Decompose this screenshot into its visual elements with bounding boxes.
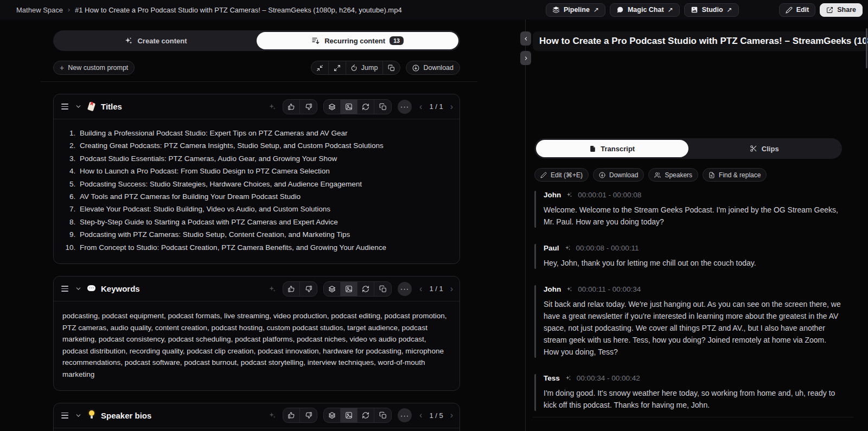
thumbs-up-button[interactable] xyxy=(283,408,300,422)
tab-create-content[interactable]: Create content xyxy=(55,32,257,49)
drag-handle-icon[interactable] xyxy=(61,286,68,292)
sparkles-icon xyxy=(566,286,573,293)
new-custom-prompt-label: New custom prompt xyxy=(68,64,128,72)
speaker-name[interactable]: Tess xyxy=(544,374,560,382)
regenerate-button[interactable] xyxy=(358,408,374,422)
thumbs-up-button[interactable] xyxy=(283,100,300,114)
thumbs-down-button[interactable] xyxy=(300,408,317,422)
speaker-name[interactable]: John xyxy=(544,191,561,199)
transcript-edit-button[interactable]: Edit (⌘+E) xyxy=(534,168,589,182)
chevron-down-icon[interactable] xyxy=(75,285,82,292)
output-actions-group xyxy=(323,281,392,297)
chevron-down-icon[interactable] xyxy=(75,103,82,110)
transcript-text[interactable]: Hey, John, thank you for letting me chil… xyxy=(544,257,842,269)
next-page-icon[interactable]: › xyxy=(450,285,453,293)
prev-page-icon[interactable]: ‹ xyxy=(419,102,422,111)
tab-clips-label: Clips xyxy=(762,145,779,153)
magic-chat-button[interactable]: Magic Chat ↗ xyxy=(610,3,680,17)
document-icon xyxy=(589,145,596,152)
more-options-button[interactable]: ··· xyxy=(398,282,412,296)
drag-handle-icon[interactable] xyxy=(61,104,68,110)
pipeline-button[interactable]: Pipeline ↗ xyxy=(546,3,605,17)
regenerate-button[interactable] xyxy=(358,100,374,114)
tab-clips[interactable]: Clips xyxy=(688,140,841,157)
feedback-group xyxy=(283,408,317,423)
title-item: How to Launch a Pro Podcast: From Studio… xyxy=(78,165,446,177)
speakers-button[interactable]: Speakers xyxy=(648,168,698,182)
timestamp[interactable]: 00:00:11 - 00:00:34 xyxy=(578,285,641,293)
thumbs-up-button[interactable] xyxy=(283,282,300,296)
more-options-button[interactable]: ··· xyxy=(398,100,412,114)
expand-panel-button[interactable] xyxy=(520,51,531,65)
timestamp[interactable]: 00:00:08 - 00:00:11 xyxy=(576,244,639,252)
regenerate-button[interactable] xyxy=(358,282,374,296)
image-view-button[interactable] xyxy=(341,282,358,296)
jump-button[interactable]: Jump xyxy=(346,61,384,74)
page-indicator: 1 / 1 xyxy=(429,102,443,111)
layers-button[interactable] xyxy=(324,100,341,114)
media-panel: How to Create a Pro Podcast Studio with … xyxy=(526,20,868,431)
scrollbar[interactable] xyxy=(866,28,867,68)
pencil-icon xyxy=(540,172,547,178)
breadcrumb-file-title: #1 How to Create a Pro Podcast Studio wi… xyxy=(75,6,402,14)
studio-button[interactable]: Studio ↗ xyxy=(684,3,739,17)
file-search-icon xyxy=(709,172,715,178)
section-header: Keywords xyxy=(54,276,459,301)
transcript-entry: Tess 00:00:34 - 00:00:42 I'm doing good.… xyxy=(534,374,842,411)
transcript-edit-label: Edit (⌘+E) xyxy=(551,171,583,179)
edit-button[interactable]: Edit xyxy=(779,3,816,17)
tab-recurring-content[interactable]: Recurring content 13 xyxy=(257,32,458,49)
next-page-icon[interactable]: › xyxy=(450,411,453,420)
bookmark-emoji-icon xyxy=(87,102,97,112)
prev-page-icon[interactable]: ‹ xyxy=(419,285,422,293)
download-button[interactable]: Download xyxy=(406,61,460,75)
chevron-down-icon[interactable] xyxy=(75,412,82,419)
drag-handle-icon[interactable] xyxy=(61,413,68,419)
pagination: ‹ 1 / 1 › xyxy=(419,102,453,111)
speaker-name[interactable]: Paul xyxy=(544,244,559,252)
image-view-button[interactable] xyxy=(341,100,358,114)
image-view-button[interactable] xyxy=(341,408,358,422)
transcript-text[interactable]: Welcome. Welcome to the Stream Geeks Pod… xyxy=(544,204,842,228)
transcript-clips-tabs: Transcript Clips xyxy=(534,138,842,159)
sparkles-icon xyxy=(566,191,573,198)
breadcrumb-workspace[interactable]: Mathew Space xyxy=(16,6,63,14)
copy-all-button[interactable] xyxy=(383,61,400,74)
top-bar: Mathew Space › #1 How to Create a Pro Po… xyxy=(0,0,868,20)
divider xyxy=(533,417,854,417)
sparkles-icon xyxy=(268,285,277,293)
copy-button[interactable] xyxy=(374,282,391,296)
video-title-bar[interactable]: How to Create a Pro Podcast Studio with … xyxy=(533,31,868,51)
transcript-download-label: Download xyxy=(609,171,638,179)
layers-button[interactable] xyxy=(324,408,341,422)
collapse-panel-button[interactable] xyxy=(520,31,531,46)
timestamp[interactable]: 00:00:34 - 00:00:42 xyxy=(577,374,640,382)
section-header: Speaker bios xyxy=(54,403,459,428)
transcript-text[interactable]: I'm doing good. It's snowy weather here … xyxy=(544,387,842,411)
find-replace-button[interactable]: Find & replace xyxy=(703,168,767,182)
next-page-icon[interactable]: › xyxy=(450,102,453,111)
transcript-download-button[interactable]: Download xyxy=(593,168,644,182)
layers-button[interactable] xyxy=(324,282,341,296)
new-custom-prompt-button[interactable]: + New custom prompt xyxy=(53,61,135,75)
timestamp[interactable]: 00:00:01 - 00:00:08 xyxy=(578,191,641,199)
copy-button[interactable] xyxy=(374,100,391,114)
thumbs-down-button[interactable] xyxy=(300,100,317,114)
magic-chat-label: Magic Chat xyxy=(628,6,664,14)
more-options-button[interactable]: ··· xyxy=(398,408,412,422)
thumbs-down-button[interactable] xyxy=(300,282,317,296)
output-actions-group xyxy=(323,99,392,114)
speaker-name[interactable]: John xyxy=(544,285,561,293)
expand-all-button[interactable] xyxy=(329,61,346,74)
sparkles-icon xyxy=(564,245,571,252)
transcript-text[interactable]: Sit back and relax today. We're just han… xyxy=(544,298,842,358)
collapse-all-button[interactable] xyxy=(311,61,329,74)
prev-page-icon[interactable]: ‹ xyxy=(419,411,422,420)
share-icon xyxy=(826,7,833,14)
jump-label: Jump xyxy=(361,64,378,72)
edit-label: Edit xyxy=(796,6,809,14)
copy-button[interactable] xyxy=(374,408,391,422)
tab-transcript[interactable]: Transcript xyxy=(536,140,688,157)
share-button[interactable]: Share xyxy=(820,3,863,17)
tab-create-label: Create content xyxy=(137,37,187,45)
